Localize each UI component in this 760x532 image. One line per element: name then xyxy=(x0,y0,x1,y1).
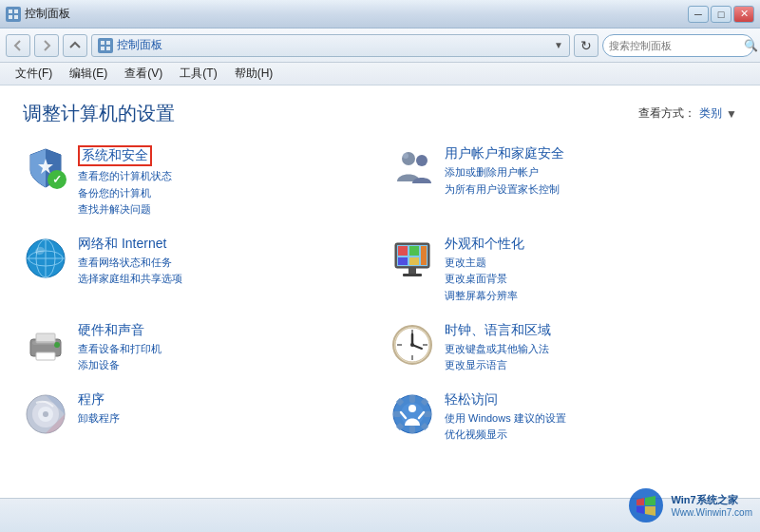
search-input[interactable] xyxy=(609,40,740,51)
svg-rect-23 xyxy=(409,246,419,256)
clock-sub1[interactable]: 更改键盘或其他输入法 xyxy=(445,341,737,358)
svg-rect-6 xyxy=(101,47,104,50)
programs-sub1[interactable]: 卸载程序 xyxy=(78,410,370,428)
status-bar: Win7系统之家 Www.Winwin7.com xyxy=(0,498,760,532)
refresh-button[interactable]: ↻ xyxy=(574,34,598,57)
window-icon xyxy=(6,7,21,22)
appearance-sub2[interactable]: 更改桌面背景 xyxy=(445,271,737,288)
control-panel-grid: ✓ 系统和安全 查看您的计算机状态 备份您的计算机 查找并解决问题 xyxy=(23,142,737,447)
menu-help[interactable]: 帮助(H) xyxy=(227,64,281,84)
menu-file[interactable]: 文件(F) xyxy=(8,64,60,84)
programs-text: 程序 卸载程序 xyxy=(78,391,370,428)
cp-item-accessibility[interactable]: 轻松访问 使用 Windows 建议的设置 优化视频显示 xyxy=(390,388,737,447)
accessibility-text: 轻松访问 使用 Windows 建议的设置 优化视频显示 xyxy=(445,391,737,444)
address-bar-wrap: 控制面板 ▼ ↻ 🔍 xyxy=(91,34,754,57)
svg-rect-25 xyxy=(409,257,419,265)
watermark-text: Win7系统之家 Www.Winwin7.com xyxy=(671,493,752,518)
accessibility-title[interactable]: 轻松访问 xyxy=(445,391,737,408)
user-accounts-title[interactable]: 用户帐户和家庭安全 xyxy=(445,145,737,162)
svg-rect-33 xyxy=(32,341,55,345)
page-title: 调整计算机的设置 xyxy=(23,101,175,126)
hardware-sub2[interactable]: 添加设备 xyxy=(78,357,370,374)
address-dropdown-arrow[interactable]: ▼ xyxy=(554,40,563,50)
svg-rect-27 xyxy=(408,268,416,274)
appearance-icon xyxy=(390,236,435,281)
cp-item-hardware[interactable]: 硬件和声音 查看设备和打印机 添加设备 xyxy=(23,318,370,378)
view-mode-link[interactable]: 类别 xyxy=(699,105,722,122)
appearance-sub3[interactable]: 调整屏幕分辨率 xyxy=(445,288,737,305)
svg-point-42 xyxy=(410,343,414,347)
menu-edit[interactable]: 编辑(E) xyxy=(62,64,115,84)
accessibility-icon xyxy=(390,391,435,437)
hardware-text: 硬件和声音 查看设备和打印机 添加设备 xyxy=(78,322,370,374)
svg-rect-31 xyxy=(36,352,55,360)
system-security-highlight: 系统和安全 xyxy=(78,145,152,166)
window-controls: ─ □ ✕ xyxy=(688,6,754,23)
system-security-title[interactable]: 系统和安全 xyxy=(78,145,370,166)
system-security-sub2[interactable]: 备份您的计算机 xyxy=(78,185,370,202)
svg-rect-22 xyxy=(398,246,408,256)
clock-title[interactable]: 时钟、语言和区域 xyxy=(445,322,737,339)
view-label: 查看方式： xyxy=(638,105,695,122)
close-button[interactable]: ✕ xyxy=(733,6,754,23)
clock-icon xyxy=(390,322,435,368)
forward-button[interactable] xyxy=(34,34,59,57)
minimize-button[interactable]: ─ xyxy=(688,6,709,23)
up-button[interactable] xyxy=(63,34,87,57)
search-box[interactable]: 🔍 xyxy=(602,34,754,57)
svg-text:✓: ✓ xyxy=(52,173,62,186)
watermark: Win7系统之家 Www.Winwin7.com xyxy=(627,486,752,524)
programs-title[interactable]: 程序 xyxy=(78,391,370,408)
programs-icon xyxy=(23,391,68,437)
svg-point-13 xyxy=(403,153,408,159)
accessibility-sub2[interactable]: 优化视频显示 xyxy=(445,427,737,444)
accessibility-sub1[interactable]: 使用 Windows 建议的设置 xyxy=(445,410,737,428)
system-security-sub3[interactable]: 查找并解决问题 xyxy=(78,201,370,218)
cp-item-clock[interactable]: 时钟、语言和区域 更改键盘或其他输入法 更改显示语言 xyxy=(390,318,737,378)
menubar: 文件(F) 编辑(E) 查看(V) 工具(T) 帮助(H) xyxy=(0,63,760,86)
watermark-line1: Win7系统之家 xyxy=(671,493,752,507)
search-button[interactable]: 🔍 xyxy=(744,38,758,53)
toolbar: 控制面板 ▼ ↻ 🔍 xyxy=(0,28,760,63)
title-bar: 控制面板 ─ □ ✕ xyxy=(0,0,760,28)
appearance-sub1[interactable]: 更改主题 xyxy=(445,255,737,272)
svg-rect-48 xyxy=(409,395,415,403)
system-security-sub1[interactable]: 查看您的计算机状态 xyxy=(78,168,370,185)
network-title[interactable]: 网络和 Internet xyxy=(78,236,370,253)
clock-sub2[interactable]: 更改显示语言 xyxy=(445,357,737,374)
svg-point-46 xyxy=(43,411,48,417)
menu-view[interactable]: 查看(V) xyxy=(117,64,170,84)
hardware-icon xyxy=(23,322,68,368)
menu-tools[interactable]: 工具(T) xyxy=(172,64,224,84)
view-options: 查看方式： 类别 ▼ xyxy=(638,105,737,122)
cp-item-network[interactable]: 网络和 Internet 查看网络状态和任务 选择家庭组和共享选项 xyxy=(23,232,370,309)
hardware-title[interactable]: 硬件和声音 xyxy=(78,322,370,339)
hardware-sub1[interactable]: 查看设备和打印机 xyxy=(78,341,370,358)
network-sub1[interactable]: 查看网络状态和任务 xyxy=(78,255,370,272)
address-bar[interactable]: 控制面板 ▼ xyxy=(91,34,570,57)
svg-point-57 xyxy=(408,405,416,412)
maximize-button[interactable]: □ xyxy=(711,6,732,23)
appearance-title[interactable]: 外观和个性化 xyxy=(445,236,737,253)
svg-rect-49 xyxy=(409,426,415,433)
back-button[interactable] xyxy=(6,34,30,57)
svg-rect-2 xyxy=(9,15,12,19)
network-icon xyxy=(23,236,68,281)
cp-item-programs[interactable]: 程序 卸载程序 xyxy=(23,388,370,447)
cp-item-system-security[interactable]: ✓ 系统和安全 查看您的计算机状态 备份您的计算机 查找并解决问题 xyxy=(23,142,370,222)
svg-rect-4 xyxy=(101,41,104,45)
cp-item-appearance[interactable]: 外观和个性化 更改主题 更改桌面背景 调整屏幕分辨率 xyxy=(390,232,737,309)
win7-logo xyxy=(627,486,665,524)
svg-point-12 xyxy=(416,155,428,166)
network-text: 网络和 Internet 查看网络状态和任务 选择家庭组和共享选项 xyxy=(78,236,370,288)
network-sub2[interactable]: 选择家庭组和共享选项 xyxy=(78,271,370,288)
user-accounts-sub2[interactable]: 为所有用户设置家长控制 xyxy=(445,181,737,199)
address-path: 控制面板 xyxy=(117,37,550,53)
cp-item-user-accounts[interactable]: 用户帐户和家庭安全 添加或删除用户帐户 为所有用户设置家长控制 xyxy=(390,142,737,222)
svg-rect-1 xyxy=(14,10,18,13)
user-accounts-sub1[interactable]: 添加或删除用户帐户 xyxy=(445,164,737,181)
view-arrow-icon[interactable]: ▼ xyxy=(726,107,737,121)
system-security-icon: ✓ xyxy=(23,145,68,191)
svg-rect-7 xyxy=(106,47,110,50)
svg-rect-3 xyxy=(14,15,18,19)
